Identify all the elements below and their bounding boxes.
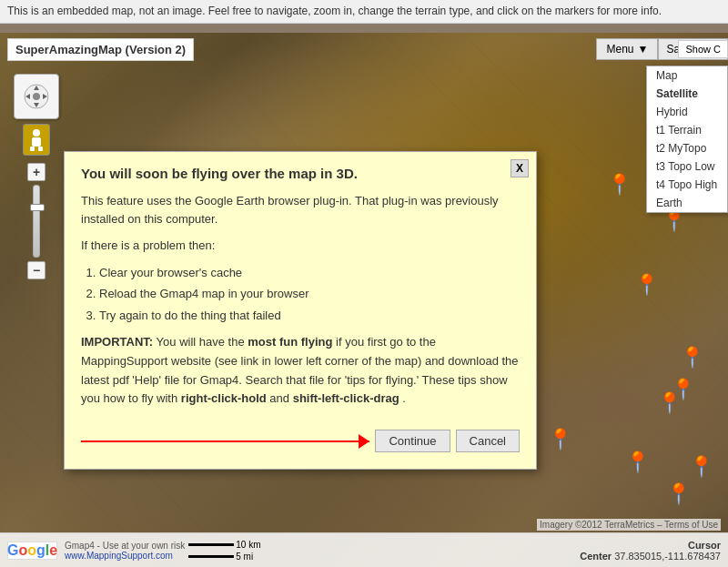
important-text3: and <box>269 391 292 405</box>
important-text4: . <box>402 391 406 405</box>
modal-problem: If there is a problem then: <box>81 237 520 255</box>
continue-button[interactable]: Continue <box>375 430 450 452</box>
dropdown-item-earth[interactable]: Earth <box>647 194 727 212</box>
modal-step-2: Reload the Gmap4 map in your browser <box>99 285 520 303</box>
dropdown-item-terrain[interactable]: t1 Terrain <box>647 121 727 139</box>
modal-important: IMPORTANT: You will have the most fun fl… <box>81 333 520 409</box>
dropdown-item-hybrid[interactable]: Hybrid <box>647 103 727 121</box>
important-bold: most fun flying <box>248 335 332 349</box>
arrow-container <box>81 440 369 442</box>
modal-para1: This feature uses the Google Earth brows… <box>81 192 520 228</box>
dropdown-item-topolow[interactable]: t3 Topo Low <box>647 157 727 176</box>
modal-overlay: X You will soon be flying over the map i… <box>0 33 728 567</box>
modal-body: This feature uses the Google Earth brows… <box>81 192 520 324</box>
red-arrow <box>81 440 369 442</box>
modal-steps-list: Clear your browser's cache Reload the Gm… <box>99 264 520 325</box>
modal-title: You will soon be flying over the map in … <box>81 166 520 181</box>
cancel-button[interactable]: Cancel <box>456 430 520 452</box>
dropdown-item-topohigh[interactable]: t4 Topo High <box>647 176 727 194</box>
modal-footer: Continue Cancel <box>81 422 520 452</box>
modal-dialog: X You will soon be flying over the map i… <box>64 151 537 470</box>
dropdown-item-satellite[interactable]: Satellite <box>647 85 727 103</box>
important-label: IMPORTANT: <box>81 335 153 349</box>
info-text: This is an embedded map, not an image. F… <box>7 5 662 17</box>
modal-step-3: Try again to do the thing that failed <box>99 307 520 325</box>
info-bar: This is an embedded map, not an image. F… <box>0 0 728 24</box>
layer-dropdown: Map Satellite Hybrid t1 Terrain t2 MyTop… <box>646 66 728 213</box>
dropdown-item-mytopo[interactable]: t2 MyTopo <box>647 139 727 157</box>
modal-step-1: Clear your browser's cache <box>99 264 520 282</box>
important-bold3: shift-left-click-drag <box>293 391 399 405</box>
dropdown-item-map[interactable]: Map <box>647 66 727 85</box>
map-container[interactable]: SuperAmazingMap (Version 2) Menu ▼ Satel… <box>0 33 728 567</box>
important-text1: You will have the <box>157 335 248 349</box>
important-bold2: right-click-hold <box>181 391 267 405</box>
modal-close-button[interactable]: X <box>511 159 529 177</box>
